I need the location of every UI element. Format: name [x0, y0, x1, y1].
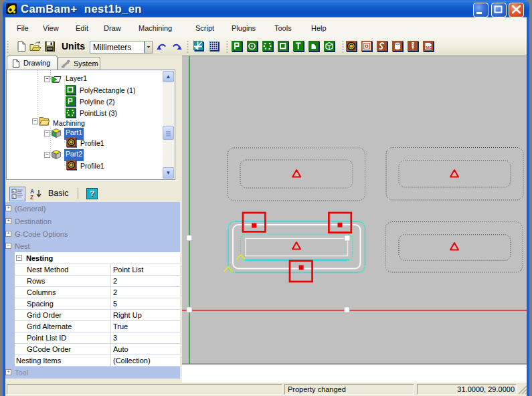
svg-text:Z: Z: [30, 195, 33, 201]
svg-text:A: A: [30, 188, 34, 195]
svg-text:+: +: [13, 189, 15, 193]
svg-text:+: +: [13, 195, 15, 199]
svg-text:MC: MC: [426, 45, 432, 50]
